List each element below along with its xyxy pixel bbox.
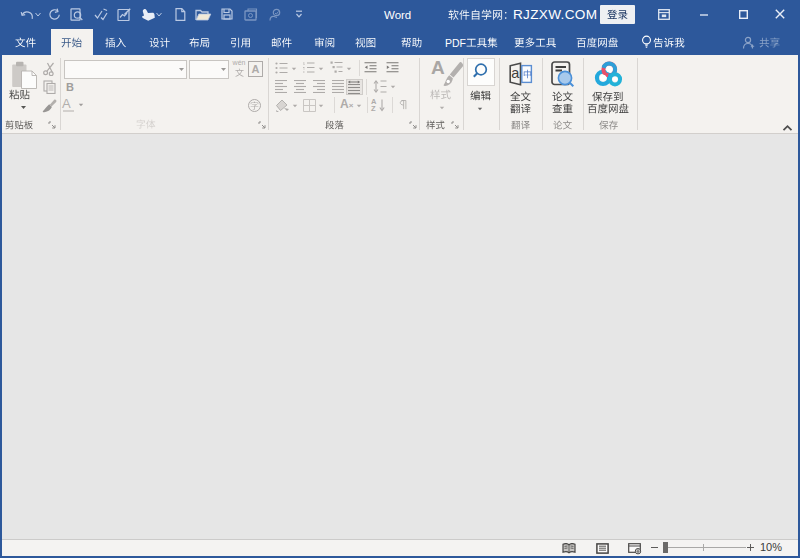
svg-text:a: a [511,65,520,81]
